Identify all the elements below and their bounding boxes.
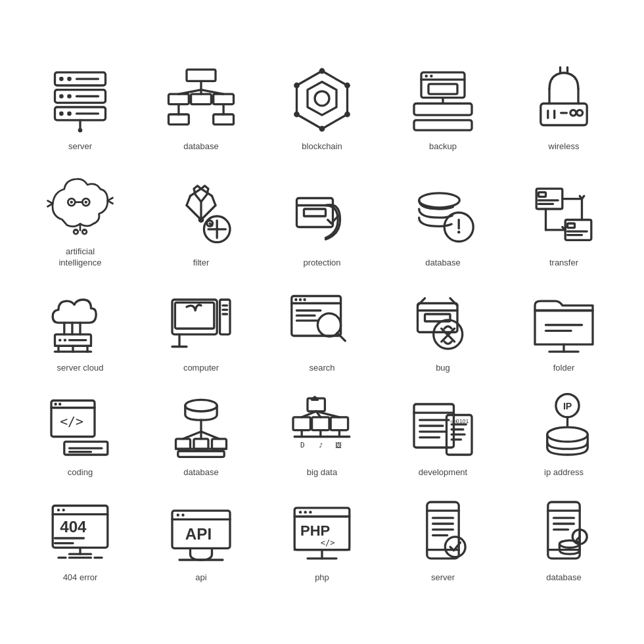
- server-cloud-label: server cloud: [57, 363, 104, 374]
- svg-point-109: [64, 338, 66, 341]
- svg-rect-161: [212, 439, 227, 449]
- svg-text:IP: IP: [563, 401, 572, 411]
- svg-text:404: 404: [60, 518, 87, 536]
- transfer-icon: [528, 180, 600, 252]
- svg-rect-160: [194, 439, 208, 449]
- php-icon: PHP </>: [286, 495, 358, 567]
- database-alert-label: database: [425, 258, 461, 269]
- php-label: php: [315, 572, 329, 584]
- svg-point-28: [315, 91, 329, 106]
- icon-server-mobile: server: [382, 488, 503, 587]
- svg-line-99: [582, 196, 584, 198]
- ai-label: artificialintelligence: [58, 246, 101, 269]
- svg-point-87: [457, 231, 460, 233]
- svg-point-84: [419, 193, 460, 207]
- icon-database-network: database: [141, 383, 262, 482]
- svg-marker-26: [297, 71, 348, 129]
- development-label: development: [419, 467, 467, 478]
- svg-rect-159: [176, 439, 191, 449]
- icon-ip-address: IP ip address: [503, 383, 624, 482]
- icon-php: PHP </> php: [262, 488, 382, 587]
- svg-point-5: [59, 94, 64, 99]
- svg-point-32: [319, 126, 325, 131]
- svg-point-198: [57, 509, 60, 511]
- svg-point-6: [67, 94, 72, 99]
- protection-label: protection: [303, 258, 340, 269]
- svg-point-211: [181, 514, 184, 517]
- svg-rect-42: [414, 120, 472, 130]
- icon-transfer: transfer: [503, 162, 624, 272]
- server-cloud-icon: [44, 285, 116, 357]
- icon-development: 0101 </> development: [382, 383, 503, 482]
- svg-rect-39: [428, 84, 457, 94]
- svg-text:0101: 0101: [456, 418, 469, 425]
- database-mobile-icon: [528, 495, 600, 567]
- svg-rect-93: [568, 223, 575, 228]
- big-data-icon: D ♪ 🖼: [286, 390, 358, 462]
- svg-line-74: [187, 205, 201, 219]
- database-tree-label: database: [183, 141, 219, 152]
- svg-point-33: [294, 111, 300, 117]
- icon-api: API api: [141, 488, 262, 587]
- icon-coding: </> coding: [20, 383, 141, 482]
- icon-grid: server database: [0, 37, 644, 607]
- icon-backup: backup: [382, 57, 503, 156]
- svg-rect-167: [312, 417, 329, 430]
- svg-rect-83: [304, 209, 326, 216]
- svg-point-10: [67, 111, 72, 116]
- svg-point-57: [85, 200, 87, 203]
- svg-point-29: [319, 68, 325, 74]
- svg-point-210: [177, 514, 179, 517]
- svg-line-72: [187, 196, 191, 205]
- svg-point-218: [299, 511, 302, 513]
- svg-marker-27: [308, 81, 336, 115]
- svg-text:</>: </>: [450, 419, 458, 425]
- development-icon: 0101 </>: [407, 390, 479, 462]
- ip-address-icon: IP: [528, 390, 600, 462]
- icon-server: server: [20, 57, 141, 156]
- svg-point-48: [577, 110, 583, 116]
- wireless-label: wireless: [549, 141, 580, 152]
- blockchain-icon: [286, 64, 358, 136]
- svg-point-31: [344, 111, 350, 117]
- svg-rect-166: [293, 417, 310, 430]
- svg-rect-14: [187, 70, 216, 81]
- blockchain-label: blockchain: [302, 141, 342, 152]
- database-tree-icon: [165, 64, 237, 136]
- svg-rect-40: [414, 103, 472, 115]
- icon-database-tree: database: [141, 57, 262, 156]
- database-network-label: database: [183, 467, 219, 478]
- svg-point-47: [570, 110, 576, 116]
- icon-search: search: [262, 279, 382, 377]
- protection-icon: [286, 180, 358, 252]
- svg-point-220: [309, 511, 311, 513]
- svg-point-108: [58, 338, 61, 341]
- filter-label: filter: [193, 258, 210, 269]
- icon-protection: protection: [262, 162, 382, 272]
- svg-point-37: [425, 74, 428, 77]
- bug-icon: [407, 285, 479, 357]
- server-label: server: [68, 141, 92, 152]
- svg-rect-19: [214, 114, 234, 124]
- icon-database-alert: database: [382, 162, 503, 272]
- big-data-label: big data: [307, 467, 337, 478]
- 404-icon: 404: [44, 495, 116, 567]
- icon-folder: folder: [503, 279, 624, 377]
- svg-text:♪: ♪: [319, 442, 323, 449]
- svg-point-219: [304, 511, 307, 513]
- server-mobile-label: server: [431, 572, 455, 584]
- svg-rect-17: [214, 94, 234, 104]
- svg-rect-168: [331, 417, 348, 430]
- svg-point-149: [58, 403, 61, 405]
- database-alert-icon: [407, 180, 479, 252]
- api-icon: API: [165, 495, 237, 567]
- svg-point-195: [547, 428, 588, 442]
- search-label: search: [309, 363, 334, 374]
- svg-point-126: [294, 298, 297, 300]
- wireless-icon: [528, 64, 600, 136]
- 404-label: 404 error: [63, 572, 98, 584]
- svg-point-127: [299, 298, 302, 300]
- icon-blockchain: blockchain: [262, 57, 382, 156]
- svg-point-128: [303, 298, 306, 300]
- svg-line-80: [210, 223, 212, 225]
